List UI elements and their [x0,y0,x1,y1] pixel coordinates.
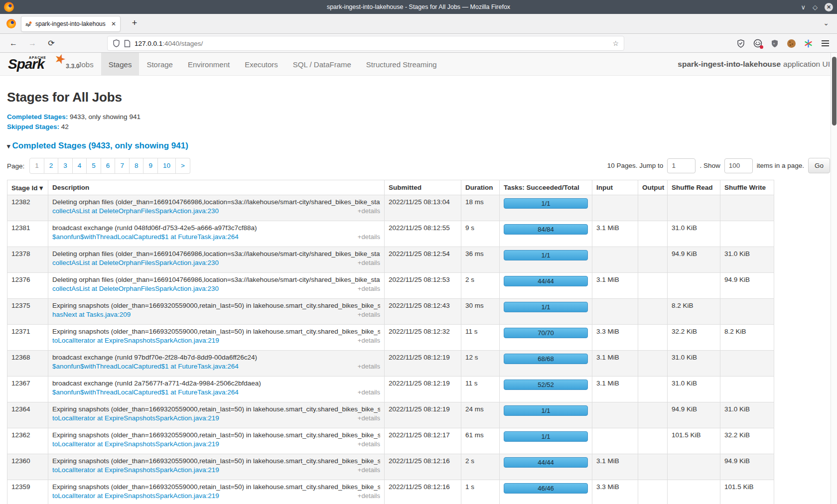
completed-stages-section-header[interactable]: ▾Completed Stages (9433, only showing 94… [7,141,830,151]
stage-callsite-link[interactable]: collectAsList at DeleteOrphanFilesSparkA… [52,285,219,292]
stage-callsite-link[interactable]: $anonfun$withThreadLocalCaptured$1 at Fu… [52,233,239,241]
page-info-icon[interactable] [124,40,131,47]
sort-indicator-icon: ▾ [39,184,43,192]
shuffle-write-cell [720,221,774,247]
stage-callsite-link[interactable]: $anonfun$withThreadLocalCaptured$1 at Fu… [52,363,239,370]
header-tasks[interactable]: Tasks: Succeeded/Total [500,180,592,195]
header-submitted[interactable]: Submitted [385,180,461,195]
forward-button[interactable]: → [27,39,38,48]
cookie-icon[interactable] [787,39,796,48]
url-bar[interactable]: 127.0.0.1:4040/stages/ ☆ [107,36,624,51]
spark-logo[interactable]: APACHE Spark ★ [7,54,67,74]
stage-callsite-link[interactable]: $anonfun$withThreadLocalCaptured$1 at Fu… [52,388,239,396]
browser-tab[interactable]: Sp spark-ingest-into-lakehous ✕ [21,16,121,32]
header-stage-id[interactable]: Stage Id ▾ [7,180,48,195]
vertical-scrollbar[interactable] [831,53,837,504]
details-toggle[interactable]: +details [358,285,380,292]
application-name: spark-ingest-into-lakehouse [678,60,781,69]
nav-item-environment[interactable]: Environment [180,53,237,76]
page-button-10[interactable]: 10 [158,158,176,174]
details-toggle[interactable]: +details [358,337,380,344]
nav-item-executors[interactable]: Executors [237,53,285,76]
jump-to-input[interactable] [667,158,696,173]
maximize-button[interactable]: ◇ [813,4,818,10]
details-toggle[interactable]: +details [358,233,380,241]
details-toggle[interactable]: +details [358,388,380,396]
completed-stages-link[interactable]: Completed Stages: [7,113,68,121]
header-description[interactable]: Description [48,180,385,195]
output-cell [638,480,668,504]
go-button[interactable]: Go [808,158,830,173]
skipped-stages-link[interactable]: Skipped Stages: [7,123,59,130]
header-output[interactable]: Output [638,180,668,195]
page-button-1[interactable]: 1 [29,158,44,174]
details-toggle[interactable]: +details [358,466,380,474]
shuffle-read-cell [668,480,720,504]
submitted-cell: 2022/11/25 08:12:16 [385,454,461,480]
details-toggle[interactable]: +details [358,363,380,370]
page-button-6[interactable]: 6 [101,158,116,174]
back-button[interactable]: ← [8,39,19,48]
shield-permissions-icon[interactable] [113,39,120,47]
tasks-cell: 1/1 [500,299,592,325]
menu-hamburger-icon[interactable] [821,39,830,48]
details-toggle[interactable]: +details [358,414,380,422]
stage-callsite-link[interactable]: hasNext at Tasks.java:209 [52,311,131,318]
details-toggle[interactable]: +details [358,440,380,448]
header-shuffle-write[interactable]: Shuffle Write [720,180,774,195]
stage-callsite-link[interactable]: toLocalIterator at ExpireSnapshotsSparkA… [52,337,219,344]
nav-item-storage[interactable]: Storage [139,53,180,76]
close-button[interactable]: ✕ [825,3,833,11]
tab-close-icon[interactable]: ✕ [111,20,116,27]
stage-callsite-link[interactable]: toLocalIterator at ExpireSnapshotsSparkA… [52,492,219,500]
page-button-9[interactable]: 9 [143,158,158,174]
shuffle-write-cell: 94.9 KiB [720,273,774,299]
scrollbar-thumb[interactable] [832,57,837,126]
url-host: 127.0.0.1 [135,40,162,47]
details-toggle[interactable]: +details [358,207,380,215]
stage-callsite-link[interactable]: collectAsList at DeleteOrphanFilesSparkA… [52,259,219,266]
stage-callsite-link[interactable]: toLocalIterator at ExpireSnapshotsSparkA… [52,414,219,422]
nav-item-stages[interactable]: Stages [101,53,140,76]
shuffle-write-cell [720,351,774,377]
extension-shield-check-icon[interactable] [736,39,745,48]
page-button-7[interactable]: 7 [115,158,130,174]
page-button->[interactable]: > [176,158,190,174]
stage-id-cell: 12359 [7,480,48,504]
show-items-input[interactable] [724,158,753,173]
ublock-shield-icon[interactable]: u [770,39,779,48]
output-cell [638,195,668,221]
nav-item-structured-streaming[interactable]: Structured Streaming [359,53,444,76]
stage-callsite-link[interactable]: toLocalIterator at ExpireSnapshotsSparkA… [52,440,219,448]
stage-id-cell: 12367 [7,377,48,402]
page-button-3[interactable]: 3 [58,158,73,174]
minimize-button[interactable]: ∨ [801,4,806,10]
nav-item-sql-dataframe[interactable]: SQL / DataFrame [285,53,359,76]
page-button-4[interactable]: 4 [73,158,87,174]
description-cell: Expiring snapshots (older_than=166932055… [48,299,385,325]
nav-item-jobs[interactable]: Jobs [70,53,101,76]
details-toggle[interactable]: +details [358,259,380,266]
page-button-8[interactable]: 8 [130,158,144,174]
bookmark-star-icon[interactable]: ☆ [612,39,619,47]
stage-callsite-link[interactable]: collectAsList at DeleteOrphanFilesSparkA… [52,207,219,215]
details-toggle[interactable]: +details [358,311,380,318]
header-duration[interactable]: Duration [461,180,500,195]
new-tab-button[interactable]: + [129,18,140,28]
duration-cell: 36 ms [461,247,500,273]
description-cell: broadcast exchange (runId 97bdf70e-2f28-… [48,351,385,377]
header-shuffle-read[interactable]: Shuffle Read [668,180,720,195]
page-title: Stages for All Jobs [7,90,830,105]
tasks-cell: 1/1 [500,402,592,428]
reload-button[interactable]: ⟳ [46,38,57,48]
page-button-5[interactable]: 5 [87,158,101,174]
stage-callsite-link[interactable]: toLocalIterator at ExpireSnapshotsSparkA… [52,466,219,474]
list-all-tabs-icon[interactable]: ⌄ [823,19,829,27]
details-toggle[interactable]: +details [358,492,380,500]
container-mask-icon[interactable] [753,39,762,48]
tab-favicon-spark-icon: Sp [25,20,32,27]
colorful-asterisk-icon[interactable] [804,39,813,48]
firefox-view-icon[interactable] [6,19,16,30]
header-input[interactable]: Input [592,180,638,195]
page-button-2[interactable]: 2 [44,158,59,174]
